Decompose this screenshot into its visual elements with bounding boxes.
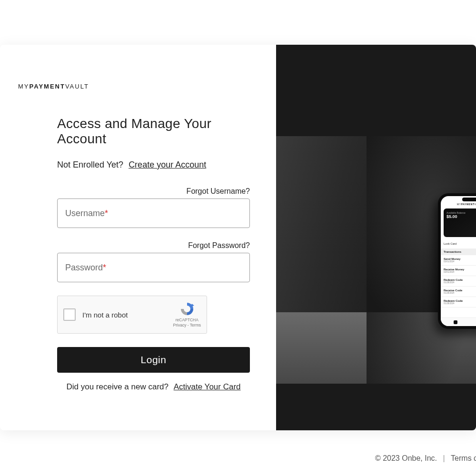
password-field[interactable]: Password* — [57, 253, 250, 282]
phone-tabbar — [441, 317, 476, 326]
forgot-password-link[interactable]: Forgot Password? — [57, 241, 250, 250]
login-card: MYPAYMENTVAULT Access and Manage Your Ac… — [0, 45, 476, 430]
page-footer: © 2023 Onbe, Inc. | Terms o — [373, 454, 476, 463]
activate-prompt: Did you receive a new card? — [66, 382, 169, 391]
username-label: Username* — [65, 208, 108, 218]
transaction-row: Send Money02/01/2024 $20.00 — [441, 255, 476, 266]
phone-mockup: MYPAYMENTVAULT Available Balance $5.00 •… — [438, 193, 476, 329]
footer-copyright: © 2023 Onbe, Inc. — [373, 454, 439, 462]
balance-label: Available Balance — [446, 211, 476, 214]
login-form: Access and Manage Your Account Not Enrol… — [57, 116, 250, 392]
hero-scene: MYPAYMENTVAULT Available Balance $5.00 •… — [276, 136, 476, 384]
brand-pre: MY — [18, 83, 30, 90]
phone-notch — [462, 198, 476, 201]
activate-row: Did you receive a new card? Activate You… — [57, 382, 250, 392]
password-input[interactable] — [106, 263, 242, 273]
transaction-row: Redeem Code01/28/2024 $4.00 — [441, 276, 476, 287]
transaction-row: Redeem Code01/28/2024 $4.00 — [441, 297, 476, 307]
transactions-header: Transactions View all > — [441, 248, 476, 255]
recaptcha-label: I'm not a robot — [82, 311, 173, 319]
page-heading: Access and Manage Your Account — [57, 116, 250, 147]
login-button[interactable]: Login — [57, 347, 250, 373]
lock-card-label: Lock Card — [444, 242, 456, 245]
footer-terms-link[interactable]: Terms o — [449, 454, 476, 462]
brand-post: VAULT — [65, 83, 89, 90]
recaptcha-branding: reCAPTCHA Privacy - Terms — [173, 301, 201, 328]
balance-value: $5.00 — [446, 214, 476, 219]
brand-logo: MYPAYMENTVAULT — [18, 83, 89, 90]
recaptcha-brand-text: reCAPTCHA — [176, 317, 198, 323]
footer-separator: | — [441, 454, 446, 462]
brand-mid: PAYMENT — [30, 83, 65, 90]
phone-brand: MYPAYMENTVAULT — [441, 203, 476, 206]
lock-card-row: Lock Card — [444, 240, 476, 248]
transactions-title: Transactions — [444, 250, 461, 253]
recaptcha-checkbox[interactable] — [63, 308, 76, 321]
recaptcha-widget[interactable]: I'm not a robot reCAPTCHA Privacy - Term… — [57, 296, 207, 334]
activate-card-link[interactable]: Activate Your Card — [174, 382, 241, 391]
username-field[interactable]: Username* — [57, 198, 250, 228]
home-icon — [454, 320, 457, 324]
enroll-prompt: Not Enrolled Yet? — [57, 160, 123, 169]
hero-panel: MYPAYMENTVAULT Available Balance $5.00 •… — [276, 45, 476, 430]
phone-screen: MYPAYMENTVAULT Available Balance $5.00 •… — [441, 196, 476, 326]
transaction-row: Receive Code01/28/2024 $8.00 — [441, 287, 476, 297]
create-account-link[interactable]: Create your Account — [129, 160, 206, 169]
password-label: Password* — [65, 263, 106, 273]
recaptcha-icon — [179, 301, 195, 317]
username-input[interactable] — [108, 208, 242, 218]
recaptcha-links[interactable]: Privacy - Terms — [173, 323, 201, 328]
transactions-list: Send Money02/01/2024 $20.00 Receive Mone… — [441, 255, 476, 307]
enroll-prompt-row: Not Enrolled Yet? Create your Account — [57, 160, 250, 170]
transaction-row: Receive Money02/01/2024 $30.00 — [441, 266, 476, 276]
phone-card: Available Balance $5.00 •••• 1234 — [444, 208, 476, 237]
forgot-username-link[interactable]: Forgot Username? — [57, 187, 250, 196]
